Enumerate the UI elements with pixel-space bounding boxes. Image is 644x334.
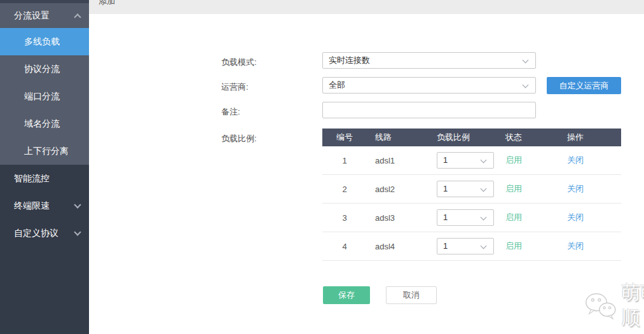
wechat-logo-icon [584,289,618,322]
watermark-text: 萌萌的卡比顺 [622,280,644,331]
sidebar-item-port-shunt[interactable]: 端口分流 [0,83,89,110]
ratio-value: 1 [443,212,448,222]
app-window: 分流设置 多线负载 协议分流 端口分流 域名分流 上下行分离 智能流控 [0,0,644,334]
ratio-value: 1 [443,184,448,193]
close-link[interactable]: 关闭 [554,183,621,195]
line-name: adsl4 [367,242,424,251]
ratio-select[interactable]: 1 [437,209,494,226]
table-row: 2 adsl2 1 启用 关闭 [322,175,621,204]
status-enabled-text: 启用 [500,155,554,166]
chevron-down-icon [481,243,487,249]
table-row: 3 adsl3 1 启用 关闭 [322,204,621,232]
ratio-select[interactable]: 1 [437,181,494,197]
chevron-down-icon [74,228,81,235]
ratio-label: 负载比例: [221,133,257,144]
chevron-down-icon [481,157,487,164]
sidebar-item-label: 域名分流 [24,118,60,130]
header-ratio: 负载比例 [424,129,500,146]
close-link[interactable]: 关闭 [554,240,621,252]
sidebar: 分流设置 多线负载 协议分流 端口分流 域名分流 上下行分离 智能流控 [0,0,89,334]
custom-carrier-button[interactable]: 自定义运营商 [547,77,621,94]
ratio-table: 编号 线路 负载比例 状态 操作 1 adsl1 1 启用 关闭 [322,129,621,261]
chevron-down-icon [481,214,487,221]
ratio-select[interactable]: 1 [437,238,494,254]
line-name: adsl3 [367,213,424,223]
ratio-table-body: 1 adsl1 1 启用 关闭 2 adsl2 1 [322,146,621,261]
header-line: 线路 [367,129,424,146]
remark-label: 备注: [221,106,240,118]
watermark: 萌萌的卡比顺 [584,288,644,323]
row-number: 4 [322,242,367,251]
status-enabled-text: 启用 [500,183,554,195]
table-header: 编号 线路 负载比例 状态 操作 [322,129,621,146]
carrier-label: 运营商: [221,81,249,93]
sidebar-group-label: 分流设置 [14,10,50,22]
table-row: 4 adsl4 1 启用 关闭 [322,232,621,261]
sidebar-item-smart-flow[interactable]: 智能流控 [0,165,89,192]
chevron-down-icon [481,186,487,192]
sidebar-item-custom-protocol[interactable]: 自定义协议 [0,219,89,247]
breadcrumb: 添加 [99,0,115,7]
save-button[interactable]: 保存 [323,286,370,304]
header-action: 操作 [554,129,621,146]
breadcrumb-bar: 添加 [89,0,644,14]
sidebar-item-terminal-limit[interactable]: 终端限速 [0,192,89,219]
sidebar-item-multiline-load[interactable]: 多线负载 [0,28,89,55]
status-enabled-text: 启用 [500,212,554,223]
sidebar-item-label: 协议分流 [24,64,60,75]
chevron-up-icon [74,13,81,20]
sidebar-item-label: 多线负载 [24,36,60,48]
chevron-down-icon [523,82,529,88]
ratio-select[interactable]: 1 [437,152,494,169]
row-number: 1 [322,156,367,165]
main-content: 添加 负载模式: 实时连接数 运营商: 全部 自定义运营商 备注: 负载比例: … [89,0,644,334]
cancel-button[interactable]: 取消 [386,286,437,304]
load-mode-value: 实时连接数 [329,55,370,65]
header-number: 编号 [322,129,367,146]
sidebar-item-protocol-shunt[interactable]: 协议分流 [0,55,89,83]
carrier-select[interactable]: 全部 [322,77,536,94]
close-link[interactable]: 关闭 [554,212,621,223]
load-mode-label: 负载模式: [221,57,257,68]
status-enabled-text: 启用 [500,240,554,252]
chevron-down-icon [74,201,81,208]
sidebar-group-header[interactable]: 分流设置 [0,3,89,28]
sidebar-item-label: 自定义协议 [14,228,58,239]
sidebar-item-label: 上下行分离 [24,146,69,157]
line-name: adsl2 [367,184,424,194]
ratio-value: 1 [443,155,448,165]
table-row: 1 adsl1 1 启用 关闭 [322,146,621,175]
sidebar-item-label: 终端限速 [14,200,50,212]
sidebar-item-label: 智能流控 [14,173,50,184]
sidebar-group-shunt-settings: 分流设置 多线负载 协议分流 端口分流 域名分流 上下行分离 [0,3,89,165]
header-status: 状态 [500,129,554,146]
load-mode-select[interactable]: 实时连接数 [322,52,536,69]
row-number: 3 [322,213,367,223]
sidebar-item-domain-shunt[interactable]: 域名分流 [0,110,89,137]
ratio-value: 1 [443,241,448,251]
row-number: 2 [322,184,367,194]
sidebar-item-label: 端口分流 [24,91,60,102]
line-name: adsl1 [367,156,424,165]
sidebar-item-updown-separate[interactable]: 上下行分离 [0,137,89,165]
close-link[interactable]: 关闭 [554,155,621,166]
carrier-value: 全部 [329,80,345,90]
chevron-down-icon [523,57,529,64]
remark-input[interactable] [322,102,536,118]
